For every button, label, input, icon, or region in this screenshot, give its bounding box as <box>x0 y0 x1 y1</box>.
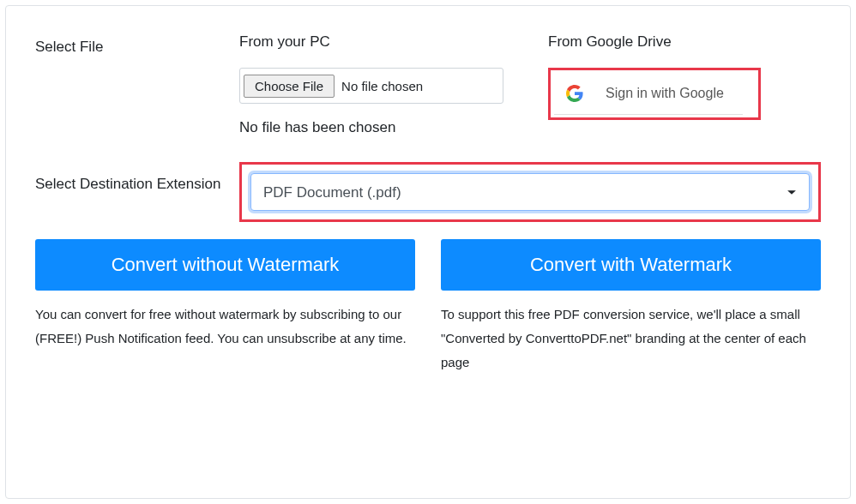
destination-label: Select Destination Extension <box>35 162 239 193</box>
file-input[interactable]: Choose File No file chosen <box>239 68 503 104</box>
from-drive-section: From Google Drive Sign in with Google <box>548 33 821 120</box>
from-drive-title: From Google Drive <box>548 33 821 51</box>
choose-file-button[interactable]: Choose File <box>244 75 335 98</box>
select-file-row: Select File From your PC Choose File No … <box>35 33 821 136</box>
convert-with-watermark-button[interactable]: Convert with Watermark <box>441 239 821 291</box>
select-file-label: Select File <box>35 33 239 56</box>
converter-panel: Select File From your PC Choose File No … <box>5 5 851 499</box>
convert-with-description: To support this free PDF conversion serv… <box>441 303 821 374</box>
convert-with-col: Convert with Watermark To support this f… <box>441 239 821 374</box>
file-chosen-status: No file chosen <box>341 79 423 93</box>
from-pc-section: From your PC Choose File No file chosen … <box>239 33 548 136</box>
convert-row: Convert without Watermark You can conver… <box>35 239 821 374</box>
destination-highlight: PDF Document (.pdf) <box>239 162 821 222</box>
destination-row: Select Destination Extension PDF Documen… <box>35 162 821 222</box>
convert-without-col: Convert without Watermark You can conver… <box>35 239 415 374</box>
google-signin-label: Sign in with Google <box>606 86 724 101</box>
google-icon <box>566 85 583 102</box>
no-file-message: No file has been chosen <box>239 119 548 136</box>
google-signin-highlight: Sign in with Google <box>548 68 761 120</box>
from-pc-title: From your PC <box>239 33 548 51</box>
convert-without-watermark-button[interactable]: Convert without Watermark <box>35 239 415 291</box>
destination-select[interactable]: PDF Document (.pdf) <box>250 173 810 211</box>
google-signin-button[interactable]: Sign in with Google <box>554 73 743 115</box>
convert-without-description: You can convert for free without waterma… <box>35 303 415 351</box>
